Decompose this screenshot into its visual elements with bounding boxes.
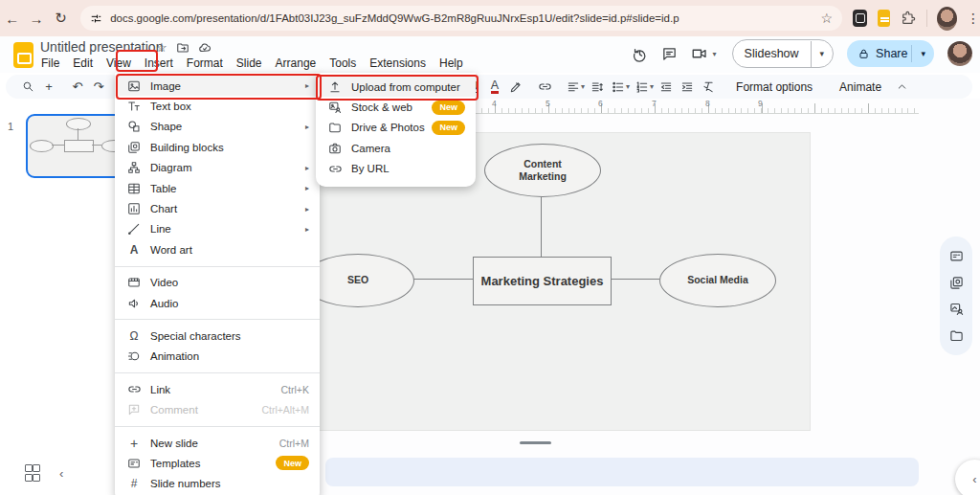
extensions-puzzle-icon[interactable] (901, 11, 916, 26)
submenu-item-by-url[interactable]: By URL (316, 159, 476, 179)
redo-icon[interactable]: ↷ (88, 77, 109, 98)
meet-button[interactable]: ▾ (691, 45, 719, 62)
slide-number: 1 (8, 121, 13, 132)
move-folder-icon[interactable] (176, 41, 189, 55)
extension-icon-dark[interactable] (853, 10, 867, 27)
menu-item-audio[interactable]: Audio (115, 293, 320, 313)
menu-item-diagram[interactable]: Diagram ▸ (115, 158, 320, 178)
menu-item-new-slide[interactable]: + New slide Ctrl+M (115, 433, 320, 453)
annotation-box-insert-menu (116, 50, 158, 72)
browser-profile-avatar[interactable] (937, 7, 957, 31)
site-info-icon[interactable] (90, 12, 102, 25)
submenu-item-drive-photos[interactable]: Drive & Photos New (316, 118, 476, 138)
menu-item-label: Audio (150, 298, 309, 309)
menu-item-line[interactable]: Line ▸ (115, 219, 320, 239)
drive-folder-icon (327, 120, 343, 135)
forward-icon[interactable]: → (24, 11, 48, 27)
decrease-indent-icon[interactable] (656, 77, 677, 98)
speaker-notes-drag-handle[interactable] (520, 441, 551, 444)
bookmark-star-icon[interactable]: ☆ (821, 11, 834, 26)
menu-item-label: Special characters (150, 330, 309, 342)
reload-icon[interactable]: ↻ (49, 10, 73, 27)
menu-item-video[interactable]: Video (115, 273, 320, 293)
stock-images-panel-icon[interactable] (949, 302, 964, 316)
undo-icon[interactable]: ↶ (67, 77, 88, 98)
caret-down-icon[interactable]: ▾ (713, 50, 717, 58)
insert-link-icon[interactable] (534, 77, 555, 98)
speaker-notes-area[interactable] (325, 458, 919, 486)
new-slide-icon: + (126, 436, 142, 451)
menu-arrange[interactable]: Arrange (269, 55, 323, 72)
video-camera-icon (691, 45, 708, 62)
menu-item-shape[interactable]: Shape ▸ (115, 117, 320, 137)
menu-help[interactable]: Help (433, 55, 470, 72)
animate-button[interactable]: Animate (830, 80, 891, 94)
building-blocks-panel-icon[interactable] (949, 276, 964, 290)
text-box-icon (126, 99, 142, 114)
comment-history-icon[interactable] (661, 46, 678, 62)
menu-item-slide-numbers[interactable]: # Slide numbers (115, 474, 320, 494)
menu-slide[interactable]: Slide (230, 55, 269, 72)
cloud-status-icon[interactable] (198, 41, 212, 55)
increase-indent-icon[interactable] (677, 77, 698, 98)
format-options-button[interactable]: Format options (726, 80, 822, 94)
url-text[interactable]: docs.google.com/presentation/d/1FAbt03IJ… (110, 12, 813, 24)
thumb-shape (64, 140, 94, 152)
ruler-tick-label: 4 (492, 99, 497, 108)
menu-item-special-characters[interactable]: Ω Special characters (115, 326, 320, 346)
share-caret-icon[interactable]: ▾ (912, 49, 934, 58)
zoom-icon[interactable]: + (38, 77, 59, 98)
menu-item-building-blocks[interactable]: Building blocks (115, 137, 320, 157)
menu-extensions[interactable]: Extensions (363, 55, 433, 72)
templates-panel-icon[interactable] (949, 249, 964, 263)
collapse-toolbar-icon[interactable] (891, 77, 912, 98)
menu-tools[interactable]: Tools (323, 55, 363, 72)
connector-left[interactable] (412, 279, 473, 280)
shape-social-media[interactable]: Social Media (659, 254, 776, 307)
menu-file[interactable]: File (34, 55, 66, 72)
slides-logo[interactable] (13, 42, 33, 68)
submenu-item-camera[interactable]: Camera (316, 138, 476, 158)
menu-format[interactable]: Format (180, 55, 230, 72)
thumb-shape (66, 118, 91, 130)
clear-formatting-icon[interactable] (698, 77, 719, 98)
numbered-list-caret-icon[interactable]: ▾ (650, 82, 654, 91)
menu-item-word-art[interactable]: A Word art (115, 239, 320, 259)
slideshow-caret-icon[interactable]: ▾ (812, 49, 834, 58)
back-icon[interactable]: ← (0, 11, 24, 27)
search-menus-icon[interactable] (17, 77, 38, 98)
shape-marketing-strategies[interactable]: Marketing Strategies (473, 257, 612, 305)
shape-content-marketing[interactable]: Content Marketing (484, 144, 601, 197)
menu-item-link[interactable]: Link Ctrl+K (115, 379, 320, 399)
menu-item-table[interactable]: Table ▸ (115, 178, 320, 198)
text-color-icon[interactable]: A (484, 77, 505, 98)
bulleted-list-caret-icon[interactable]: ▾ (626, 82, 630, 91)
highlight-color-icon[interactable] (505, 77, 526, 98)
browser-menu-icon[interactable]: ⋮ (967, 11, 980, 26)
align-caret-icon[interactable]: ▾ (581, 82, 585, 91)
line-spacing-icon[interactable] (587, 77, 608, 98)
account-avatar[interactable] (947, 41, 972, 66)
thumb-connector (78, 128, 78, 140)
ruler-tick-label: 8 (705, 99, 710, 108)
version-history-icon[interactable] (632, 46, 648, 62)
slideshow-button[interactable]: Slideshow ▾ (732, 39, 835, 68)
connector-right[interactable] (610, 279, 659, 280)
connector-top[interactable] (541, 194, 542, 257)
menu-item-animation[interactable]: Animation (115, 347, 320, 367)
collapse-filmstrip-icon[interactable]: ‹ (59, 466, 63, 481)
share-button[interactable]: Share ▾ (847, 40, 934, 67)
submenu-arrow-icon: ▸ (305, 123, 309, 131)
menu-divider (115, 426, 320, 427)
menu-item-chart[interactable]: Chart ▸ (115, 198, 320, 218)
address-bar[interactable]: docs.google.com/presentation/d/1FAbt03IJ… (80, 6, 842, 31)
menu-item-label: Slide numbers (150, 478, 309, 489)
menu-item-templates[interactable]: Templates New (115, 453, 320, 473)
drive-folder-panel-icon[interactable] (949, 328, 964, 343)
menu-shortcut: Ctrl+M (279, 438, 309, 449)
extension-icon-docs[interactable] (878, 10, 890, 27)
menu-edit[interactable]: Edit (66, 55, 100, 72)
grid-view-icon[interactable] (25, 464, 38, 482)
menu-item-label: Shape (150, 121, 305, 132)
submenu-item-label: By URL (351, 163, 465, 174)
